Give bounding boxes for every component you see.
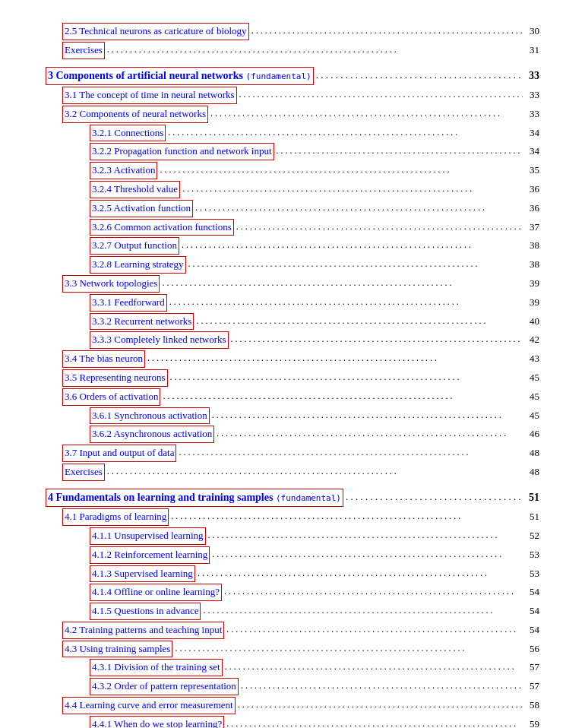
toc-entry[interactable]: 3.6.1 Synchronous activation . . . . . .… <box>46 407 539 425</box>
toc-entry[interactable]: 4.4 Learning curve and error measurement… <box>46 697 539 714</box>
dot-leader: . . . . . . . . . . . . . . . . . . . . … <box>186 257 523 271</box>
toc-entry[interactable]: 3.4 The bias neuron . . . . . . . . . . … <box>46 350 539 368</box>
dot-leader: . . . . . . . . . . . . . . . . . . . . … <box>168 370 523 385</box>
dot-leader: . . . . . . . . . . . . . . . . . . . . … <box>166 125 523 140</box>
entry-label: Common activation functions <box>114 221 232 233</box>
toc-link[interactable]: 3.3.2 Recurrent networks <box>90 313 194 331</box>
toc-link[interactable]: 3.2 Components of neural networks <box>62 106 208 123</box>
toc-entry[interactable]: 4.1 Paradigms of learning . . . . . . . … <box>46 508 539 526</box>
toc-link[interactable]: 4.3 Using training samples <box>62 641 172 658</box>
entry-label: Propagation function and network input <box>114 145 271 157</box>
dot-leader: . . . . . . . . . . . . . . . . . . . . … <box>145 351 523 366</box>
toc-link[interactable]: Exercises <box>62 464 105 481</box>
toc-entry[interactable]: 3.2.8 Learning strategy . . . . . . . . … <box>46 256 539 274</box>
toc-entry[interactable]: 3.3.1 Feedforward . . . . . . . . . . . … <box>46 294 539 312</box>
entry-label: Paradigms of learning <box>80 511 167 522</box>
entry-number: 4.1.4 <box>92 586 114 597</box>
page-number: 43 <box>523 351 539 367</box>
toc-link[interactable]: 4.4.1 When do we stop learning? <box>90 716 224 728</box>
toc-entry[interactable]: 3.2 Components of neural networks . . . … <box>46 106 539 123</box>
toc-entry[interactable]: 4.3.2 Order of pattern representation . … <box>46 678 539 695</box>
toc-link[interactable]: 4.1.2 Reinforcement learning <box>90 546 210 564</box>
toc-link[interactable]: 3.3.3 Completely linked networks <box>90 331 229 349</box>
dot-leader: . . . . . . . . . . . . . . . . . . . . … <box>105 464 523 479</box>
toc-link[interactable]: 4 Fundamentals on learning and training … <box>46 489 343 507</box>
toc-link[interactable]: 3.4 The bias neuron <box>62 350 145 368</box>
toc-entry[interactable]: Exercises . . . . . . . . . . . . . . . … <box>46 42 539 59</box>
toc-entry[interactable]: 3.2.2 Propagation function and network i… <box>46 143 539 160</box>
toc-entry[interactable]: 3.3.3 Completely linked networks . . . .… <box>46 331 539 349</box>
page-number: 51 <box>523 489 539 506</box>
toc-entry[interactable]: 4.1.5 Questions in advance . . . . . . .… <box>46 603 539 620</box>
dot-leader: . . . . . . . . . . . . . . . . . . . . … <box>210 408 523 423</box>
page-number: 33 <box>523 87 539 103</box>
toc-link[interactable]: 3.5 Representing neurons <box>62 369 168 387</box>
page-number: 53 <box>523 566 539 582</box>
toc-link[interactable]: 2.5 Technical neurons as caricature of b… <box>62 23 249 40</box>
entry-label: Activation <box>114 164 156 176</box>
toc-entry[interactable]: 3 Components of artificial neural networ… <box>46 67 539 85</box>
toc-link[interactable]: 3.2.2 Propagation function and network i… <box>90 143 274 160</box>
page-number: 39 <box>523 295 539 311</box>
toc-entry[interactable]: 4.3.1 Division of the training set . . .… <box>46 659 539 676</box>
dot-leader: . . . . . . . . . . . . . . . . . . . . … <box>176 445 523 460</box>
toc-link[interactable]: 4.4 Learning curve and error measurement <box>62 697 236 714</box>
toc-link[interactable]: 3.2.1 Connections <box>90 125 166 142</box>
toc-entry[interactable]: 4.1.4 Offline or online learning? . . . … <box>46 584 539 601</box>
entry-number: 3.3.3 <box>92 334 114 345</box>
toc-entry[interactable]: 4 Fundamentals on learning and training … <box>46 489 539 507</box>
toc-link[interactable]: 4.3.1 Division of the training set <box>90 659 223 676</box>
toc-link[interactable]: 3.6 Orders of activation <box>62 388 160 406</box>
toc-link[interactable]: 3 Components of artificial neural networ… <box>46 67 314 85</box>
chapter-tag: (fundamental) <box>246 71 311 81</box>
dot-leader: . . . . . . . . . . . . . . . . . . . . … <box>343 489 523 505</box>
toc-link[interactable]: Exercises <box>62 42 105 59</box>
toc-link[interactable]: 4.1.3 Supervised learning <box>90 565 195 583</box>
toc-link[interactable]: 3.2.7 Output function <box>90 237 179 255</box>
toc-link[interactable]: 4.1.1 Unsupervised learning <box>90 527 206 545</box>
chapter-title: Fundamentals on learning and training sa… <box>56 492 276 503</box>
dot-leader: . . . . . . . . . . . . . . . . . . . . … <box>229 332 523 347</box>
entry-label: The concept of time in neural networks <box>79 89 234 100</box>
toc-entry[interactable]: 3.3 Network topologies . . . . . . . . .… <box>46 275 539 293</box>
toc-link[interactable]: 3.3 Network topologies <box>62 275 160 293</box>
toc-link[interactable]: 3.3.1 Feedforward <box>90 294 167 312</box>
toc-entry[interactable]: 3.2.5 Activation function . . . . . . . … <box>46 200 539 217</box>
toc-link[interactable]: 3.2.4 Threshold value <box>90 181 180 198</box>
toc-entry[interactable]: 3.2.7 Output function . . . . . . . . . … <box>46 237 539 255</box>
toc-entry[interactable]: 3.7 Input and output of data . . . . . .… <box>46 445 539 462</box>
page-number: 34 <box>523 125 539 141</box>
toc-entry[interactable]: 3.2.1 Connections . . . . . . . . . . . … <box>46 125 539 142</box>
toc-link[interactable]: 4.1 Paradigms of learning <box>62 508 169 526</box>
toc-link[interactable]: 4.1.5 Questions in advance <box>90 603 201 620</box>
toc-entry[interactable]: 3.6.2 Asynchronous activation . . . . . … <box>46 426 539 443</box>
toc-link[interactable]: 3.6.2 Asynchronous activation <box>90 426 214 443</box>
toc-entry[interactable]: 3.3.2 Recurrent networks . . . . . . . .… <box>46 313 539 331</box>
toc-entry[interactable]: 4.1.2 Reinforcement learning . . . . . .… <box>46 546 539 564</box>
toc-entry[interactable]: 3.6 Orders of activation . . . . . . . .… <box>46 388 539 406</box>
toc-link[interactable]: 3.1 The concept of time in neural networ… <box>62 87 237 104</box>
toc-entry[interactable]: 4.4.1 When do we stop learning? . . . . … <box>46 716 539 728</box>
toc-entry[interactable]: 3.2.6 Common activation functions . . . … <box>46 219 539 236</box>
toc-link[interactable]: 3.2.6 Common activation functions <box>90 219 234 236</box>
toc-entry[interactable]: Exercises . . . . . . . . . . . . . . . … <box>46 464 539 481</box>
toc-link[interactable]: 3.7 Input and output of data <box>62 445 176 462</box>
toc-entry[interactable]: 4.1.3 Supervised learning . . . . . . . … <box>46 565 539 583</box>
toc-link[interactable]: 4.2 Training patterns and teaching input <box>62 622 224 639</box>
toc-entry[interactable]: 4.3 Using training samples . . . . . . .… <box>46 641 539 658</box>
toc-entry[interactable]: 3.5 Representing neurons . . . . . . . .… <box>46 369 539 387</box>
toc-link[interactable]: 3.2.3 Activation <box>90 162 157 179</box>
toc-link[interactable]: 4.1.4 Offline or online learning? <box>90 584 222 601</box>
toc-link[interactable]: 3.2.5 Activation function <box>90 200 193 217</box>
toc-entry[interactable]: 2.5 Technical neurons as caricature of b… <box>46 23 539 40</box>
toc-entry[interactable]: 4.1.1 Unsupervised learning . . . . . . … <box>46 527 539 545</box>
toc-link[interactable]: 3.6.1 Synchronous activation <box>90 407 210 425</box>
toc-entry[interactable]: 3.2.3 Activation . . . . . . . . . . . .… <box>46 162 539 179</box>
toc-link[interactable]: 3.2.8 Learning strategy <box>90 256 186 274</box>
toc-entry[interactable]: 4.2 Training patterns and teaching input… <box>46 622 539 639</box>
dot-leader: . . . . . . . . . . . . . . . . . . . . … <box>314 68 523 84</box>
entry-label: Output function <box>114 239 177 251</box>
toc-link[interactable]: 4.3.2 Order of pattern representation <box>90 678 239 695</box>
toc-entry[interactable]: 3.1 The concept of time in neural networ… <box>46 87 539 104</box>
toc-entry[interactable]: 3.2.4 Threshold value . . . . . . . . . … <box>46 181 539 198</box>
